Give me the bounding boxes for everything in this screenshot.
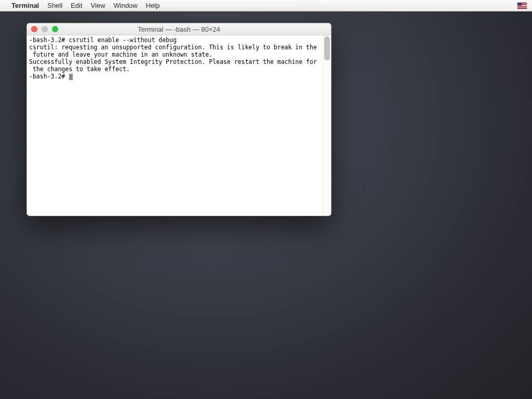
menu-window[interactable]: Window	[114, 2, 138, 9]
terminal-line: csrutil: requesting an unsupported confi…	[29, 44, 321, 51]
terminal-line: future and leave your machine in an unkn…	[29, 51, 321, 58]
zoom-button[interactable]	[52, 26, 58, 32]
menu-shell[interactable]: Shell	[47, 2, 62, 9]
scrollbar-thumb[interactable]	[324, 36, 330, 60]
terminal-prompt-line: -bash-3.2#	[29, 73, 321, 80]
menubar-app-name[interactable]: Terminal	[11, 2, 39, 9]
close-button[interactable]	[31, 26, 37, 32]
terminal-content[interactable]: -bash-3.2# csrutil enable --without debu…	[27, 35, 323, 216]
menu-view[interactable]: View	[91, 2, 105, 9]
terminal-prompt: -bash-3.2#	[29, 73, 69, 80]
menu-edit[interactable]: Edit	[71, 2, 82, 9]
terminal-line: Successfully enabled System Integrity Pr…	[29, 58, 321, 65]
terminal-body: -bash-3.2# csrutil enable --without debu…	[27, 35, 331, 216]
menubar: Terminal Shell Edit View Window Help	[0, 0, 532, 11]
window-traffic-lights	[27, 23, 58, 35]
menu-help[interactable]: Help	[146, 2, 160, 9]
terminal-line: -bash-3.2# csrutil enable --without debu…	[29, 36, 321, 44]
scrollbar-track[interactable]	[323, 35, 331, 216]
window-titlebar[interactable]: Terminal — -bash — 80×24	[27, 23, 331, 35]
desktop: Terminal Shell Edit View Window Help Ter…	[0, 0, 532, 399]
terminal-window: Terminal — -bash — 80×24 -bash-3.2# csru…	[26, 23, 331, 216]
terminal-line: the changes to take effect.	[29, 65, 321, 73]
input-source-flag-icon[interactable]	[517, 3, 527, 9]
minimize-button[interactable]	[42, 26, 48, 32]
cursor-icon	[69, 74, 73, 80]
window-title: Terminal — -bash — 80×24	[27, 25, 331, 33]
